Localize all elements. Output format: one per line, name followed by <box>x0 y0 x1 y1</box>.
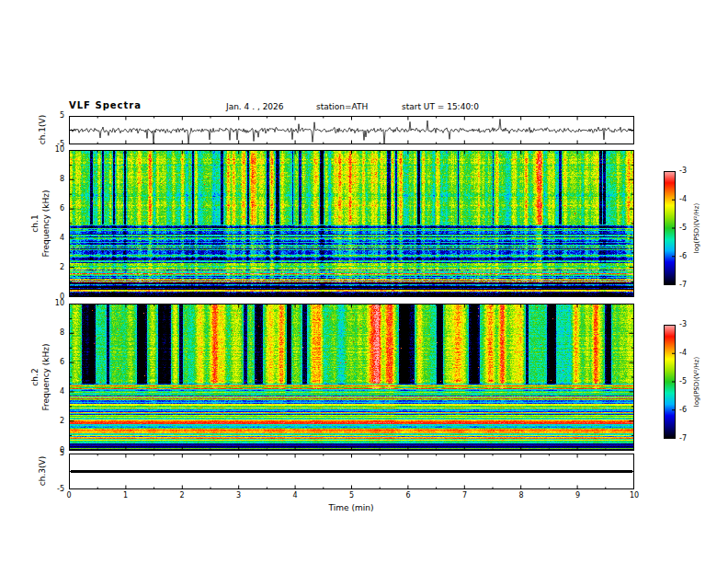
colorbar-tick-label: -6 <box>679 253 687 260</box>
ch1-waveform-canvas <box>69 116 634 144</box>
y-tick-label: 2 <box>60 418 64 425</box>
x-tick-label: 8 <box>518 492 523 500</box>
colorbar2-label: log(PSD)(V²/Hz) <box>694 357 700 408</box>
time-axis-label: Time (min) <box>329 503 374 512</box>
x-tick-label: 9 <box>575 492 580 500</box>
y-tick-label: -5 <box>57 486 64 493</box>
y-tick-label: 2 <box>60 264 64 271</box>
y-tick-label: 5 <box>60 112 64 120</box>
colorbar-tick-label: -6 <box>679 407 687 414</box>
x-tick-label: 5 <box>349 492 354 500</box>
header-date: Jan. 4 . , 2026 <box>226 102 284 111</box>
y-tick-label: 10 <box>55 300 64 307</box>
plot-title: VLF Spectra <box>69 100 142 110</box>
y-tick-label: 8 <box>60 329 64 337</box>
ch3-voltage-axis-label: ch.3(V) <box>39 456 47 486</box>
ch3-waveform-canvas <box>69 454 634 489</box>
ch1-spectrogram-canvas <box>69 150 634 297</box>
header-start-ut: start UT = 15:40:0 <box>402 102 479 111</box>
colorbar-tick-label: -4 <box>679 350 687 357</box>
y-tick-label: 6 <box>60 205 64 213</box>
x-tick-label: 10 <box>630 492 639 500</box>
ch1-voltage-axis-label: ch.1(V) <box>39 115 47 144</box>
x-tick-label: 2 <box>179 492 184 500</box>
vlf-spectra-figure: VLF Spectra Jan. 4 . , 2026 station=ATH … <box>0 0 728 563</box>
colorbar-tick-label: -3 <box>679 321 687 328</box>
x-tick-label: 6 <box>405 492 410 500</box>
colorbar1-label: log(PSD)(V²/Hz) <box>694 203 700 254</box>
colorbar-tick-label: -7 <box>679 435 687 442</box>
x-tick-label: 0 <box>66 492 71 500</box>
y-tick-label: 4 <box>60 235 64 242</box>
colorbar-tick-label: -5 <box>679 378 687 385</box>
colorbar2-canvas <box>664 325 676 439</box>
ch2-spectrogram-canvas <box>69 304 634 451</box>
colorbar-tick-label: -3 <box>679 167 687 175</box>
colorbar1-canvas <box>664 171 676 285</box>
x-tick-label: 7 <box>462 492 467 500</box>
colorbar-tick-label: -7 <box>679 282 687 289</box>
header-station: station=ATH <box>316 102 368 111</box>
ch2-channel-label: ch.2 <box>31 368 40 385</box>
x-tick-label: 1 <box>123 492 128 500</box>
ch1-channel-label: ch.1 <box>31 214 40 232</box>
y-tick-label: 6 <box>60 359 64 366</box>
y-tick-label: -5 <box>57 141 64 148</box>
x-tick-label: 4 <box>292 492 297 500</box>
colorbar-tick-label: -4 <box>679 196 687 203</box>
y-tick-label: 8 <box>60 176 64 183</box>
ch2-frequency-axis-label: Frequency (kHz) <box>42 343 51 410</box>
y-tick-label: 4 <box>60 388 64 396</box>
x-tick-label: 3 <box>236 492 241 500</box>
colorbar-tick-label: -5 <box>679 224 687 232</box>
ch1-frequency-axis-label: Frequency (kHz) <box>42 190 51 257</box>
y-tick-label: 5 <box>60 450 64 457</box>
